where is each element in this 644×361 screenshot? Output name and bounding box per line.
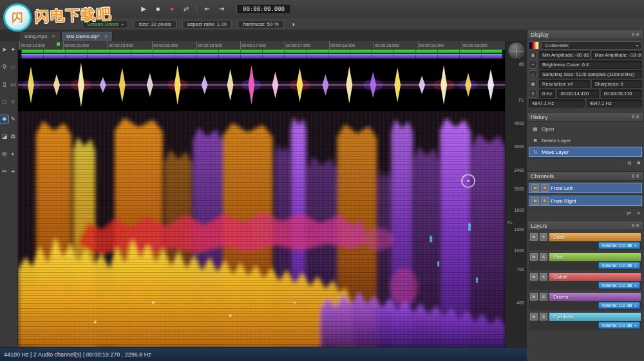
display-panel-header[interactable]: Display: [527, 30, 644, 39]
go-to-end-button[interactable]: ⇥: [216, 4, 227, 14]
pencil-tool[interactable]: ✎: [9, 115, 17, 124]
close-icon[interactable]: ✕: [52, 34, 55, 39]
layer-row[interactable]: M S Guitar: [529, 272, 642, 281]
playhead-marker[interactable]: [57, 42, 60, 46]
contrast-icon[interactable]: ◑: [291, 21, 295, 28]
solo-button[interactable]: S: [541, 197, 549, 205]
solo-button[interactable]: S: [540, 313, 547, 320]
overview-bar-right-channel[interactable]: [21, 54, 502, 59]
trash-icon[interactable]: ✖: [636, 160, 641, 167]
layers-panel-header[interactable]: Layers: [527, 221, 644, 230]
mute-button[interactable]: M: [530, 273, 538, 281]
layer-name[interactable]: Guitar: [549, 273, 641, 281]
mute-button[interactable]: M: [530, 313, 538, 320]
go-to-start-button[interactable]: ⇤: [202, 4, 213, 14]
volume-control[interactable]: volume: 0.0 dB ▾: [598, 302, 640, 309]
scale-column[interactable]: dB FL 4000 3000 2400 2000 1600 FL 1300 1…: [505, 41, 527, 347]
channels-panel-header[interactable]: Channels: [527, 171, 644, 181]
aspect-ratio-field[interactable]: aspect ratio: 1.00: [182, 20, 232, 28]
record-button[interactable]: ●: [167, 4, 177, 14]
scissors-tool[interactable]: ✂: [0, 167, 8, 176]
hardness-field[interactable]: hardness: 50 %: [238, 20, 284, 28]
arrow-tool[interactable]: ➤: [0, 46, 8, 54]
brush-tool[interactable]: ✱: [0, 115, 8, 124]
time-tick: 00:00:18.000: [330, 43, 355, 48]
colormap-select[interactable]: CubeHelix ▾: [541, 41, 642, 50]
sharpness-field[interactable]: Sharpness: 0: [592, 80, 643, 88]
duplicate-icon[interactable]: ⧉: [628, 160, 632, 167]
play-button[interactable]: ▶: [138, 4, 149, 14]
time-tick: 00:00:19.500: [463, 43, 488, 48]
layer-row[interactable]: M S Cymbals: [529, 312, 642, 321]
layer-row[interactable]: M S Drums: [529, 292, 642, 301]
layer-name[interactable]: Drums: [549, 293, 641, 301]
sampling-size-field[interactable]: Sampling Size: 5120 samples (116ms/9Hz): [539, 70, 642, 79]
panel-title: Display: [531, 32, 549, 38]
history-item-delete-layer[interactable]: ✖ Delete Layer: [529, 135, 642, 145]
resolution-icon[interactable]: ▦: [529, 80, 537, 88]
lasso-selection-tool[interactable]: ○: [9, 98, 17, 106]
transfer-icon[interactable]: ⇄: [627, 210, 632, 216]
clone-stamp-tool[interactable]: ⧉: [9, 133, 17, 141]
layer-row[interactable]: M S Kick: [529, 252, 642, 261]
history-panel-header[interactable]: History: [527, 112, 644, 122]
overview-bar-left-channel[interactable]: [21, 50, 502, 53]
min-amplitude-field[interactable]: Min Amplitude: -90 dB: [539, 51, 590, 59]
solo-button[interactable]: S: [540, 273, 547, 281]
zoom-tool[interactable]: ⚲: [0, 63, 8, 71]
brightness-curve-field[interactable]: Brightness Curve: 0.4: [539, 60, 642, 69]
waveform-view[interactable]: [18, 59, 506, 112]
amplify-tool[interactable]: ◎: [0, 150, 8, 158]
mute-button[interactable]: M: [530, 233, 538, 241]
mute-button[interactable]: M: [530, 253, 538, 261]
time-selection-tool[interactable]: ▯: [0, 80, 8, 89]
close-icon[interactable]: ✕: [104, 34, 108, 39]
frequency-selection-tool[interactable]: ▭: [9, 80, 17, 89]
hand-tool[interactable]: ☞: [9, 63, 17, 71]
brush-size-field[interactable]: size: 32 pixels: [134, 20, 176, 28]
layer-name[interactable]: Cymbals: [549, 313, 641, 321]
cursor-position-icon[interactable]: ⚲: [529, 89, 537, 98]
timeline-ruler[interactable]: 00:00:14.500 00:00:15.000 00:00:15.500 0…: [18, 41, 506, 50]
measure-tool[interactable]: ⌖: [9, 167, 17, 176]
tab-mix-demo[interactable]: Mix Demo.slp* ✕: [61, 31, 113, 41]
close-icon[interactable]: ✕: [636, 210, 641, 216]
blur-tool[interactable]: ◐: [9, 150, 17, 158]
volume-control[interactable]: volume: 0.0 dB ▾: [598, 242, 640, 249]
mute-button[interactable]: M: [530, 293, 538, 301]
blend-mode-select[interactable]: Screen Union ▾: [82, 20, 128, 28]
resolution-field[interactable]: Resolution: x4: [539, 80, 590, 88]
channel-front-right[interactable]: M S Front Right: [529, 196, 642, 206]
stop-button[interactable]: ■: [153, 4, 163, 14]
rectangular-selection-tool[interactable]: □: [0, 98, 8, 106]
spectrogram-canvas[interactable]: [18, 111, 506, 347]
history-item-move-layer[interactable]: ⇅ Move Layer: [529, 147, 642, 157]
loop-button[interactable]: ⇄: [181, 4, 191, 14]
volume-control[interactable]: volume: 0.0 dB ▾: [598, 262, 640, 269]
history-item-open[interactable]: ▦ Open: [529, 124, 642, 134]
max-amplitude-field[interactable]: Max Amplitude: -18 dB: [592, 51, 643, 59]
tab-song-mp3[interactable]: song.mp3 ✕: [19, 31, 61, 41]
solo-button[interactable]: S: [540, 293, 547, 301]
magic-wand-tool[interactable]: ✦: [9, 46, 17, 54]
mute-button[interactable]: M: [531, 197, 539, 205]
mute-button[interactable]: M: [531, 184, 539, 192]
time-display[interactable]: 00:00:00.000: [236, 4, 291, 14]
brightness-icon[interactable]: ◓: [529, 60, 537, 69]
layer-name[interactable]: Kick: [549, 253, 641, 261]
layer-kick: M S Kick volume: 0.0 dB ▾: [529, 252, 642, 270]
layer-row[interactable]: M S Bass: [529, 232, 642, 241]
channel-front-left[interactable]: M S Front Left: [529, 183, 642, 193]
solo-button[interactable]: S: [540, 233, 547, 241]
volume-control[interactable]: volume: 0.0 dB ▾: [598, 282, 640, 289]
layer-name[interactable]: Bass: [549, 233, 641, 241]
chevron-down-icon: ▾: [634, 244, 636, 248]
history-panel: History ▦ Open ✖ Delete Layer ⇅ Move Lay…: [527, 112, 644, 168]
navigation-wheel[interactable]: [507, 42, 526, 60]
solo-button[interactable]: S: [540, 253, 547, 261]
eraser-tool[interactable]: ◪: [0, 133, 8, 141]
solo-button[interactable]: S: [541, 184, 549, 192]
amplitude-icon[interactable]: ▣: [529, 51, 537, 59]
sampling-icon[interactable]: △: [529, 70, 537, 79]
volume-control[interactable]: volume: 0.0 dB ▾: [598, 322, 640, 329]
